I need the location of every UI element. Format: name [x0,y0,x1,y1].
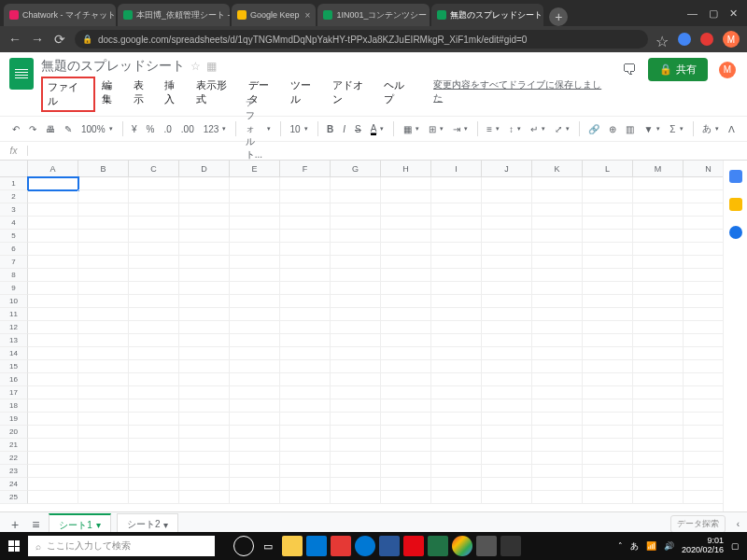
cell[interactable] [482,269,532,282]
cell[interactable] [28,334,78,347]
cell[interactable] [78,230,129,243]
cell[interactable] [280,282,331,295]
chrome-icon[interactable] [452,536,472,556]
taskbar-clock[interactable]: 9:01 2020/02/16 [682,537,724,555]
cell[interactable] [28,243,78,256]
cell[interactable] [532,439,583,452]
cell[interactable] [532,230,583,243]
cell[interactable] [583,334,633,347]
cell[interactable] [482,295,532,308]
menu-tools[interactable]: ツール [286,77,326,112]
cell[interactable] [129,308,179,321]
menu-format[interactable]: 表示形式 [191,77,242,112]
input-method-button[interactable]: あ [699,120,722,137]
column-header[interactable]: E [230,161,280,176]
cell[interactable] [129,347,179,360]
sheets-logo-icon[interactable] [9,58,34,90]
text-color-button[interactable]: A [368,121,388,137]
cell[interactable] [431,282,482,295]
align-v-button[interactable]: ↕ [506,122,524,136]
keep-icon[interactable] [729,198,742,211]
column-header[interactable]: J [482,161,532,176]
cell[interactable] [431,426,482,439]
cell[interactable] [179,373,230,386]
cell[interactable] [381,190,431,203]
cell[interactable] [280,269,331,282]
cell[interactable] [28,256,78,269]
font-select[interactable]: デフォルト... [243,94,274,163]
cell[interactable] [633,452,684,465]
cell[interactable] [431,308,482,321]
cell[interactable] [28,295,78,308]
cell[interactable] [129,360,179,373]
chevron-left-icon[interactable]: ‹ [737,519,740,529]
row-header[interactable]: 11 [0,308,28,321]
cell[interactable] [129,413,179,426]
paint-format-icon[interactable]: ✎ [62,122,75,136]
cell[interactable] [179,190,230,203]
cell[interactable] [482,399,532,413]
row-header[interactable]: 13 [0,334,28,347]
cell[interactable] [129,491,179,504]
redo-icon[interactable]: ↷ [26,122,39,136]
cell[interactable] [381,321,431,334]
cell[interactable] [381,347,431,360]
column-header[interactable]: A [28,161,78,176]
cell[interactable] [431,230,482,243]
row-header[interactable]: 24 [0,478,28,491]
menu-view[interactable]: 表示 [129,77,159,112]
close-icon[interactable]: × [305,10,311,21]
volume-icon[interactable]: 🔊 [664,541,674,551]
column-header[interactable]: B [78,161,129,176]
cell[interactable] [331,491,381,504]
cell[interactable] [129,217,179,230]
cell[interactable] [381,177,431,190]
cell[interactable] [431,347,482,360]
cell[interactable] [331,399,381,413]
cell[interactable] [532,413,583,426]
cell[interactable] [532,295,583,308]
cell[interactable] [78,256,129,269]
save-status[interactable]: 変更内容をすべてドライブに保存しました [429,77,614,112]
cell[interactable] [532,177,583,190]
cell[interactable] [129,177,179,190]
cell[interactable] [431,334,482,347]
cell[interactable] [532,386,583,399]
cell[interactable] [280,491,331,504]
cell[interactable] [129,439,179,452]
mail-icon[interactable] [306,536,327,556]
cell[interactable] [583,256,633,269]
cell[interactable] [381,360,431,373]
cell[interactable] [129,295,179,308]
column-header[interactable]: M [633,161,684,176]
cell[interactable] [230,386,280,399]
cell[interactable] [633,282,684,295]
cell[interactable] [230,177,280,190]
cell[interactable] [78,308,129,321]
cell[interactable] [280,426,331,439]
cell[interactable] [431,478,482,491]
cell[interactable] [78,217,129,230]
collapse-toolbar-icon[interactable]: ᐱ [726,122,738,136]
cell[interactable] [431,439,482,452]
chart-icon[interactable]: ▥ [623,122,637,136]
cell[interactable] [331,347,381,360]
taskview-icon[interactable]: ▭ [258,536,278,556]
cell[interactable] [633,386,684,399]
cell[interactable] [179,399,230,413]
cell[interactable] [230,203,280,217]
cell[interactable] [583,491,633,504]
cell[interactable] [280,439,331,452]
cell[interactable] [583,243,633,256]
cell[interactable] [179,243,230,256]
font-size-select[interactable]: 10 [288,122,311,136]
cell[interactable] [532,373,583,386]
cell[interactable] [230,269,280,282]
cell[interactable] [230,243,280,256]
all-sheets-button[interactable]: ≡ [28,517,43,532]
cell[interactable] [431,452,482,465]
row-header[interactable]: 5 [0,230,28,243]
cell[interactable] [532,217,583,230]
cell[interactable] [280,399,331,413]
cell[interactable] [583,373,633,386]
